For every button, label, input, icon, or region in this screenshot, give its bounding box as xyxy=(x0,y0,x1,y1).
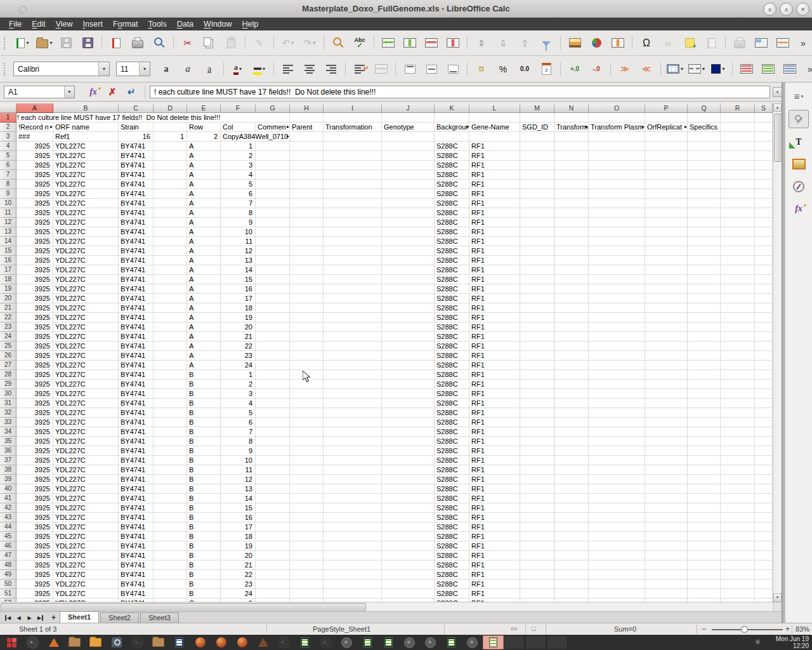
cell-D32[interactable] xyxy=(154,408,187,418)
cell-Q41[interactable] xyxy=(688,494,721,503)
row-header-16[interactable]: 16 xyxy=(0,256,16,265)
cell-L28[interactable]: RF1 xyxy=(469,370,520,380)
cell-I34[interactable] xyxy=(324,427,382,437)
cell-O29[interactable] xyxy=(589,380,645,389)
cell-P49[interactable] xyxy=(645,570,688,580)
center-vertically-button[interactable] xyxy=(422,60,441,77)
row-header-21[interactable]: 21 xyxy=(0,303,16,313)
taskbar-item-firefox[interactable] xyxy=(211,635,232,649)
taskbar-item-calc-document[interactable] xyxy=(441,635,462,649)
cell-a1-overflow-text[interactable]: ! each culture line MUST have 17 fields!… xyxy=(17,114,289,122)
cell-E47[interactable]: B xyxy=(187,551,221,560)
cell-I51[interactable] xyxy=(324,589,382,599)
cell-L2[interactable]: Gene-Name xyxy=(469,123,520,132)
cell-D21[interactable] xyxy=(154,303,187,313)
cell-K25[interactable]: S288C xyxy=(435,342,469,351)
cell-S5[interactable] xyxy=(755,151,773,161)
cell-C26[interactable]: BY4741 xyxy=(119,351,154,361)
cell-B22[interactable]: YDL227C xyxy=(53,313,119,322)
conditional-formatting-red-button[interactable] xyxy=(737,60,756,77)
cell-J40[interactable] xyxy=(382,484,435,494)
cell-K22[interactable]: S288C xyxy=(435,313,469,322)
cell-L49[interactable]: RF1 xyxy=(469,570,520,580)
cell-P11[interactable] xyxy=(645,208,688,218)
cell-E30[interactable]: B xyxy=(187,389,221,399)
cell-D8[interactable] xyxy=(154,180,187,189)
cell-B39[interactable]: YDL227C xyxy=(53,475,119,484)
cell-L17[interactable]: RF1 xyxy=(469,265,520,275)
cell-J14[interactable] xyxy=(382,237,435,246)
cell-O31[interactable] xyxy=(589,399,645,408)
cell-O12[interactable] xyxy=(589,218,645,227)
cell-L31[interactable]: RF1 xyxy=(469,399,520,408)
row-header-18[interactable]: 18 xyxy=(0,275,16,284)
cell-E42[interactable]: B xyxy=(187,503,221,513)
cell-A44[interactable]: 3925 xyxy=(16,522,53,532)
toolbar-overflow-button[interactable]: » xyxy=(794,34,812,51)
cell-K34[interactable]: S288C xyxy=(435,427,469,437)
toolbar-grip[interactable] xyxy=(4,63,8,76)
dropdown-arrow-icon[interactable]: ▾ xyxy=(681,66,683,72)
cell-J39[interactable] xyxy=(382,475,435,484)
cell-N4[interactable] xyxy=(554,142,589,151)
cell-H14[interactable] xyxy=(290,237,324,246)
cell-J6[interactable] xyxy=(382,161,435,170)
cell-E14[interactable]: A xyxy=(187,237,221,246)
cell-O13[interactable] xyxy=(589,227,645,237)
cell-N38[interactable] xyxy=(554,465,589,475)
cell-I38[interactable] xyxy=(324,465,382,475)
cell-C22[interactable]: BY4741 xyxy=(119,313,154,322)
cell-H9[interactable] xyxy=(290,189,324,199)
cell-R48[interactable] xyxy=(721,560,755,570)
cell-H23[interactable] xyxy=(290,322,324,332)
cell-Q30[interactable] xyxy=(688,389,721,399)
cell-N20[interactable] xyxy=(554,294,589,303)
cell-S2[interactable] xyxy=(755,123,773,132)
freeze-panes-button[interactable] xyxy=(752,34,771,51)
cell-G46[interactable] xyxy=(256,541,290,551)
menu-data[interactable]: Data xyxy=(172,18,199,30)
cell-R15[interactable] xyxy=(721,246,755,256)
cell-A49[interactable]: 3925 xyxy=(16,570,53,580)
cell-J45[interactable] xyxy=(382,532,435,541)
cell-P15[interactable] xyxy=(645,246,688,256)
split-window-button[interactable] xyxy=(773,34,792,51)
row-header-31[interactable]: 31 xyxy=(0,399,16,408)
cell-Q26[interactable] xyxy=(688,351,721,361)
cell-Q25[interactable] xyxy=(688,342,721,351)
cell-M7[interactable] xyxy=(520,170,554,180)
zoom-out-icon[interactable]: − xyxy=(702,625,706,633)
cell-P31[interactable] xyxy=(645,399,688,408)
cell-D40[interactable] xyxy=(154,484,187,494)
cell-Q28[interactable] xyxy=(688,370,721,380)
row-header-19[interactable]: 19 xyxy=(0,284,16,294)
cell-C9[interactable]: BY4741 xyxy=(119,189,154,199)
cell-G37[interactable] xyxy=(256,456,290,465)
cell-Q6[interactable] xyxy=(688,161,721,170)
cell-P51[interactable] xyxy=(645,589,688,599)
align-center-button[interactable] xyxy=(300,60,319,77)
cell-E27[interactable]: A xyxy=(187,361,221,370)
column-header-P[interactable]: P xyxy=(645,103,688,113)
sidebar-styles[interactable] xyxy=(789,133,808,150)
cell-B42[interactable]: YDL227C xyxy=(53,503,119,513)
cell-B9[interactable]: YDL227C xyxy=(53,189,119,199)
cell-S18[interactable] xyxy=(755,275,773,284)
cell-M49[interactable] xyxy=(520,570,554,580)
cell-K6[interactable]: S288C xyxy=(435,161,469,170)
dropdown-arrow-icon[interactable]: ▼ xyxy=(98,62,109,76)
cell-D23[interactable] xyxy=(154,322,187,332)
cell-L7[interactable]: RF1 xyxy=(469,170,520,180)
cell-C12[interactable]: BY4741 xyxy=(119,218,154,227)
column-header-R[interactable]: R xyxy=(721,103,755,113)
cell-S46[interactable] xyxy=(755,541,773,551)
cell-D4[interactable] xyxy=(154,142,187,151)
cell-G17[interactable] xyxy=(256,265,290,275)
cell-N6[interactable] xyxy=(554,161,589,170)
cell-M6[interactable] xyxy=(520,161,554,170)
cell-G41[interactable] xyxy=(256,494,290,503)
cell-G40[interactable] xyxy=(256,484,290,494)
cell-C24[interactable]: BY4741 xyxy=(119,332,154,342)
cell-K2[interactable]: Backgroun▸ xyxy=(435,123,469,132)
cell-I29[interactable] xyxy=(324,380,382,389)
